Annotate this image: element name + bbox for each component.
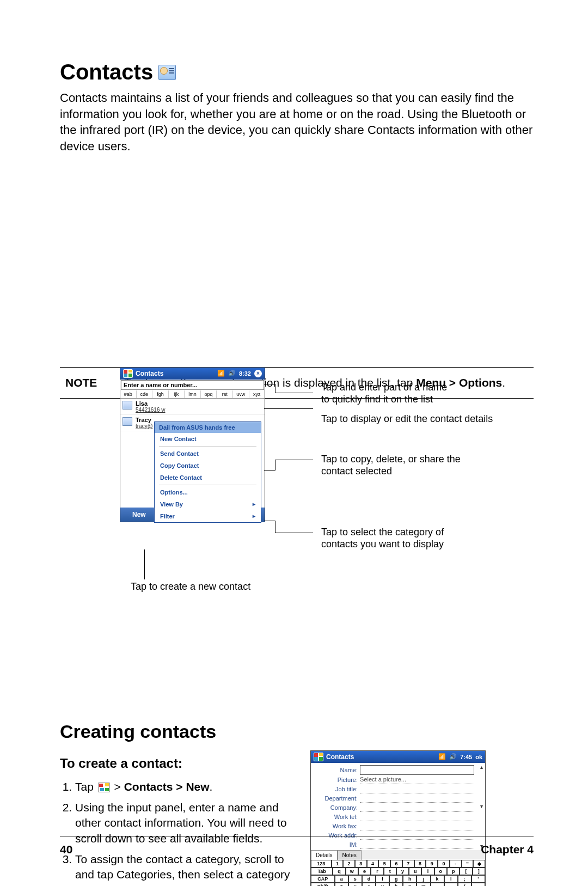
key[interactable]: / xyxy=(458,883,471,886)
key[interactable]: u xyxy=(409,867,421,875)
start-icon[interactable] xyxy=(314,753,323,761)
chapter-label: Chapter 4 xyxy=(481,843,534,856)
alpha-index[interactable]: #ab cde fgh ijk lmn opq rst uvw xyz xyxy=(120,390,265,399)
key[interactable]: , xyxy=(431,883,444,886)
menu-header[interactable]: Dail from ASUS hands free xyxy=(155,422,261,433)
picture-field[interactable]: Select a picture... xyxy=(360,776,474,784)
menu-item-filter[interactable]: Filter xyxy=(155,510,261,522)
softkey-new[interactable]: New xyxy=(132,511,146,518)
key[interactable]: x xyxy=(348,883,362,886)
key[interactable]: . xyxy=(444,883,458,886)
field-label: Work tel: xyxy=(314,814,360,820)
list-item[interactable]: Lisa 54421616 w xyxy=(120,399,265,415)
key[interactable]: i xyxy=(421,867,434,875)
key[interactable]: z xyxy=(335,883,348,886)
key[interactable]: g xyxy=(389,875,403,883)
key[interactable]: q xyxy=(333,867,345,875)
key[interactable]: r xyxy=(371,867,383,875)
key[interactable]: w xyxy=(346,867,358,875)
key[interactable]: j xyxy=(416,875,430,883)
menu-item-new[interactable]: New Contact xyxy=(155,433,261,445)
key[interactable]: 9 xyxy=(426,860,438,867)
alpha-tab[interactable]: uvw xyxy=(233,390,249,398)
callout-search: Tap and enter part of a name to quickly … xyxy=(321,381,447,406)
key[interactable]: c xyxy=(362,883,376,886)
dropdown-icon[interactable]: ▾ xyxy=(480,803,483,809)
key[interactable]: 3 xyxy=(355,860,367,867)
key[interactable]: a xyxy=(335,875,348,883)
alpha-tab[interactable]: fgh xyxy=(152,390,169,398)
jobtitle-field[interactable] xyxy=(360,785,474,793)
ok-button[interactable]: ok xyxy=(475,754,482,760)
alpha-tab[interactable]: #ab xyxy=(120,390,137,398)
key[interactable]: f xyxy=(376,875,389,883)
subsection-heading: Creating contacts xyxy=(60,721,534,742)
key[interactable]: k xyxy=(431,875,444,883)
key[interactable]: s xyxy=(348,875,362,883)
name-field[interactable] xyxy=(360,765,474,775)
key[interactable]: t xyxy=(384,867,396,875)
key[interactable]: = xyxy=(462,860,474,867)
key[interactable]: ◆ xyxy=(473,860,485,867)
key[interactable]: CAP xyxy=(311,875,335,883)
key[interactable]: 5 xyxy=(378,860,390,867)
key[interactable]: p xyxy=(447,867,460,875)
close-icon[interactable]: × xyxy=(254,370,262,377)
contact-name: Lisa xyxy=(136,400,166,407)
note-label: NOTE xyxy=(60,375,97,390)
key[interactable]: Tab xyxy=(311,867,333,875)
key[interactable]: 123 xyxy=(311,860,332,867)
intro-paragraph: Contacts maintains a list of your friend… xyxy=(60,90,534,155)
alpha-tab[interactable]: cde xyxy=(137,390,153,398)
contact-detail: 54421616 w xyxy=(136,407,166,413)
key[interactable]: m xyxy=(416,883,430,886)
key[interactable]: [ xyxy=(460,867,472,875)
workfax-field[interactable] xyxy=(360,822,474,830)
worktel-field[interactable] xyxy=(360,813,474,821)
key[interactable]: 0 xyxy=(438,860,450,867)
key[interactable]: ; xyxy=(458,875,471,883)
screenshot-contacts-list: Contacts 📶 🔊 8:32 × Enter a name or numb… xyxy=(120,367,265,522)
menu-item-copy[interactable]: Copy Contact xyxy=(155,460,261,472)
key[interactable]: v xyxy=(376,883,389,886)
scroll-up-icon[interactable]: ▴ xyxy=(480,764,483,770)
company-field[interactable] xyxy=(360,804,474,812)
alpha-tab[interactable]: xyz xyxy=(249,390,265,398)
contact-icon xyxy=(122,401,132,410)
search-input[interactable]: Enter a name or number... xyxy=(121,380,264,390)
alpha-tab[interactable]: opq xyxy=(201,390,217,398)
key[interactable]: 8 xyxy=(414,860,426,867)
alpha-tab[interactable]: lmn xyxy=(185,390,201,398)
key[interactable]: o xyxy=(434,867,447,875)
clock: 8:32 xyxy=(239,370,251,377)
key[interactable]: h xyxy=(403,875,416,883)
key[interactable]: ' xyxy=(471,875,485,883)
key[interactable]: 4 xyxy=(367,860,379,867)
key[interactable]: ] xyxy=(473,867,485,875)
key[interactable]: Shift xyxy=(311,883,335,886)
menu-item-delete[interactable]: Delete Contact xyxy=(155,472,261,484)
signal-icon: 📶 xyxy=(217,370,225,377)
field-label: Department: xyxy=(314,795,360,802)
onscreen-keyboard[interactable]: 1231234567890-=◆Tabqwertyuiop[]CAPasdfgh… xyxy=(311,860,485,886)
key[interactable]: - xyxy=(450,860,462,867)
key[interactable]: d xyxy=(362,875,376,883)
key[interactable]: l xyxy=(444,875,458,883)
key[interactable]: e xyxy=(358,867,371,875)
alpha-tab[interactable]: ijk xyxy=(169,390,185,398)
department-field[interactable] xyxy=(360,795,474,803)
key[interactable]: 2 xyxy=(343,860,355,867)
key[interactable]: ← xyxy=(471,883,485,886)
key[interactable]: 1 xyxy=(332,860,344,867)
menu-item-viewby[interactable]: View By xyxy=(155,498,261,510)
key[interactable]: y xyxy=(396,867,409,875)
start-icon[interactable] xyxy=(123,369,133,378)
menu-item-send[interactable]: Send Contact xyxy=(155,448,261,460)
alpha-tab[interactable]: rst xyxy=(217,390,233,398)
key[interactable]: n xyxy=(403,883,416,886)
key[interactable]: 6 xyxy=(390,860,402,867)
page-number: 40 xyxy=(60,843,72,856)
key[interactable]: b xyxy=(389,883,403,886)
key[interactable]: 7 xyxy=(402,860,414,867)
menu-item-options[interactable]: Options... xyxy=(155,486,261,498)
